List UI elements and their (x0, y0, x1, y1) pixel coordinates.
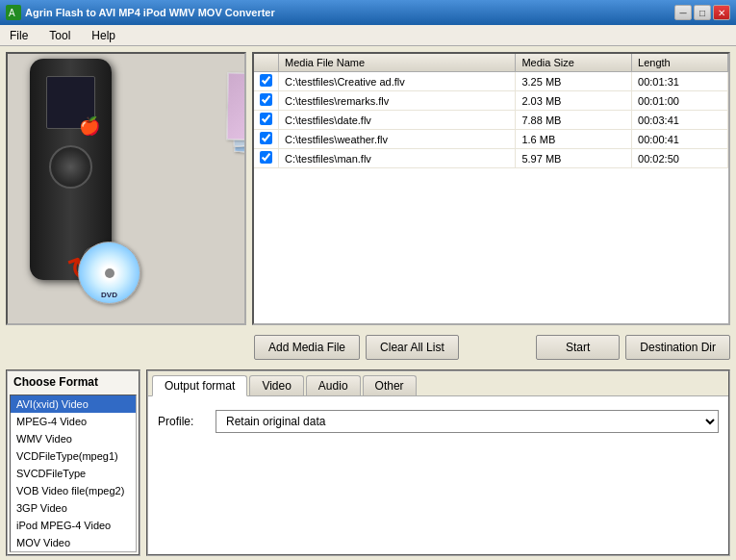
clear-all-button[interactable]: Clear All List (366, 335, 459, 360)
col-header-checkbox (254, 54, 279, 72)
row-size: 2.03 MB (516, 91, 632, 111)
tabs-bar: Output format Video Audio Other (148, 371, 728, 396)
tab-other[interactable]: Other (363, 375, 417, 395)
row-filename: C:\testfiles\Creative ad.flv (279, 72, 516, 91)
maximize-button[interactable]: □ (694, 5, 711, 20)
bottom-section: Choose Format AVI(xvid) VideoMPEG-4 Vide… (6, 369, 730, 556)
output-panel: Output format Video Audio Other Profile:… (146, 369, 730, 556)
row-checkbox[interactable] (254, 149, 279, 168)
menu-file[interactable]: File (4, 27, 34, 44)
col-header-size: Media Size (516, 54, 632, 72)
photo-card-3 (226, 72, 246, 140)
row-size: 5.97 MB (516, 149, 632, 168)
svg-text:A: A (9, 8, 15, 18)
dvd-hole (105, 268, 114, 278)
col-header-length: Length (632, 54, 728, 72)
main-content: 🍎 (0, 46, 736, 560)
row-checkbox[interactable] (254, 72, 279, 91)
row-length: 00:01:31 (632, 72, 728, 91)
file-checkbox-2[interactable] (260, 113, 272, 125)
file-checkbox-3[interactable] (260, 132, 272, 144)
file-table: Media File Name Media Size Length C:\tes… (254, 54, 728, 168)
format-list-item[interactable]: iPod MPEG-4 Video (11, 517, 136, 534)
table-row: C:\testfiles\man.flv 5.97 MB 00:02:50 (254, 149, 728, 168)
row-checkbox[interactable] (254, 91, 279, 111)
title-bar: A Agrin Flash to AVI MP4 iPod WMV MOV Co… (0, 0, 736, 25)
menu-bar: File Tool Help (0, 25, 736, 46)
row-filename: C:\testfiles\remarks.flv (279, 91, 516, 111)
file-checkbox-0[interactable] (260, 74, 272, 87)
row-filename: C:\testfiles\date.flv (279, 111, 516, 130)
col-header-filename: Media File Name (279, 54, 516, 72)
row-filename: C:\testfiles\weather.flv (279, 130, 516, 149)
table-row: C:\testfiles\remarks.flv 2.03 MB 00:01:0… (254, 91, 728, 111)
minimize-button[interactable]: ─ (674, 5, 692, 20)
table-row: C:\testfiles\date.flv 7.88 MB 00:03:41 (254, 111, 728, 130)
preview-panel: 🍎 (6, 52, 246, 325)
table-row: C:\testfiles\Creative ad.flv 3.25 MB 00:… (254, 72, 728, 91)
row-checkbox[interactable] (254, 130, 279, 149)
top-section: 🍎 (6, 52, 730, 325)
window-controls: ─ □ ✕ (674, 5, 730, 20)
ipod-screen: 🍎 (46, 76, 95, 129)
row-size: 3.25 MB (516, 72, 632, 91)
file-checkbox-1[interactable] (260, 93, 272, 106)
tab-audio[interactable]: Audio (306, 375, 361, 395)
title-bar-left: A Agrin Flash to AVI MP4 iPod WMV MOV Co… (6, 5, 275, 20)
row-checkbox[interactable] (254, 111, 279, 130)
tab-content: Profile: Retain original dataCustom (148, 396, 728, 554)
dvd-label: DVD (101, 291, 117, 299)
format-list-item[interactable]: VOB Video file(mpeg2) (11, 482, 136, 499)
destination-button[interactable]: Destination Dir (625, 335, 730, 360)
app-icon: A (6, 5, 21, 20)
row-size: 7.88 MB (516, 111, 632, 130)
format-list-item[interactable]: SVCDFileType (11, 465, 136, 482)
table-row: C:\testfiles\weather.flv 1.6 MB 00:00:41 (254, 130, 728, 149)
start-button[interactable]: Start (536, 335, 620, 360)
format-list-item[interactable]: WMV Video (11, 430, 136, 447)
format-list-item[interactable]: 3GP Video (11, 499, 136, 517)
dvd-disc: DVD (78, 242, 140, 304)
action-bar: Add Media File Clear All List Start Dest… (6, 331, 730, 364)
window-title: Agrin Flash to AVI MP4 iPod WMV MOV Conv… (25, 7, 275, 18)
file-checkbox-4[interactable] (260, 151, 272, 164)
dvd-area: ↻ DVD (78, 242, 140, 304)
format-list-item[interactable]: VCDFileType(mpeg1) (11, 447, 136, 465)
format-list-item[interactable]: MPEG-4 Video (11, 413, 136, 430)
file-list-panel: Media File Name Media Size Length C:\tes… (252, 52, 730, 325)
menu-help[interactable]: Help (86, 27, 121, 44)
format-panel-title: Choose Format (8, 371, 139, 393)
row-length: 00:00:41 (632, 130, 728, 149)
apple-logo-icon: 🍎 (79, 115, 100, 137)
add-media-button[interactable]: Add Media File (254, 335, 360, 360)
row-length: 00:02:50 (632, 149, 728, 168)
format-list-item[interactable]: MOV Video (11, 534, 136, 551)
format-list-item[interactable]: AVI(xvid) Video (11, 395, 136, 413)
row-filename: C:\testfiles\man.flv (279, 149, 516, 168)
profile-label: Profile: (158, 415, 206, 428)
tab-video[interactable]: Video (249, 375, 303, 395)
format-list: AVI(xvid) VideoMPEG-4 VideoWMV VideoVCDF… (10, 395, 137, 552)
close-button[interactable]: ✕ (713, 5, 730, 20)
profile-row: Profile: Retain original dataCustom (158, 410, 719, 433)
ipod-wheel (49, 145, 92, 189)
tab-output-format[interactable]: Output format (152, 375, 247, 396)
row-length: 00:01:00 (632, 91, 728, 111)
profile-select[interactable]: Retain original dataCustom (216, 410, 719, 433)
row-size: 1.6 MB (516, 130, 632, 149)
ipod-image: 🍎 (20, 54, 232, 323)
row-length: 00:03:41 (632, 111, 728, 130)
menu-tool[interactable]: Tool (43, 27, 76, 44)
format-panel: Choose Format AVI(xvid) VideoMPEG-4 Vide… (6, 369, 140, 556)
